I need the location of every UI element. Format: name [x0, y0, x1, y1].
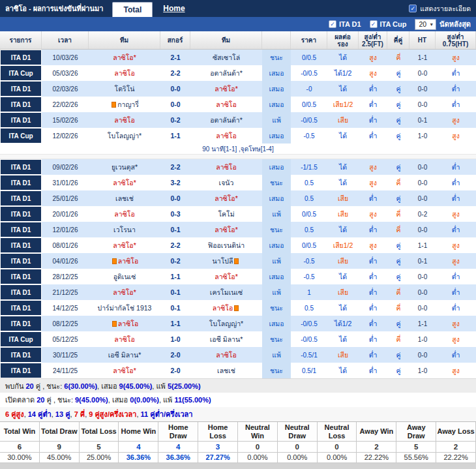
team-lazio[interactable]: ลาซิโอ	[216, 130, 236, 142]
team-lazio[interactable]: ลาซิโอ*	[215, 193, 238, 204]
team-lazio[interactable]: ลาซิโอ	[114, 115, 134, 126]
odd-even: คู่	[387, 159, 409, 175]
team-name[interactable]: โบโลญญ่า*	[108, 130, 141, 142]
league-badge[interactable]: ITA Cup	[0, 331, 42, 347]
column-header: เวลา	[42, 31, 89, 49]
team-name[interactable]: ยูเวนตุส*	[112, 162, 138, 173]
team-name[interactable]: โบโลญญ่า*	[209, 318, 243, 329]
team-name[interactable]: กาญารี่	[117, 99, 139, 110]
stats-table: Total WinTotal DrawTotal LossHome WinHom…	[0, 421, 476, 463]
team-name[interactable]: ฟิออเรนติน่า	[208, 240, 245, 251]
odd-even: คู่	[387, 316, 409, 331]
league-badge[interactable]: ITA D1	[0, 112, 42, 128]
team-name[interactable]: เอซี มิลาน*	[210, 334, 243, 345]
league-filter-ita-cup[interactable]: ITA Cup	[370, 20, 407, 28]
team-lazio[interactable]: ลาซิโอ	[216, 99, 236, 110]
red-card-icon	[234, 305, 239, 311]
team-lazio[interactable]: ลาซิโอ*	[215, 83, 238, 95]
league-badge[interactable]: ITA D1	[0, 159, 42, 175]
team-name[interactable]: เวโรนา	[113, 224, 136, 235]
league-badge[interactable]: ITA D1	[0, 363, 42, 378]
tab-total[interactable]: Total	[112, 2, 153, 17]
team-lazio[interactable]: ลาซิโอ	[213, 303, 233, 314]
league-badge[interactable]: ITA D1	[0, 284, 42, 300]
league-badge[interactable]: ITA D1	[0, 316, 42, 331]
team-name[interactable]: โตริโน่	[115, 83, 135, 95]
odd-even: คี่	[387, 206, 409, 222]
league-badge[interactable]: ITA D1	[0, 347, 42, 363]
team-lazio[interactable]: ลาซิโอ*	[113, 240, 136, 251]
team-lazio[interactable]: ลาซิโอ*	[215, 271, 238, 282]
team-name[interactable]: อตาลันต้า*	[210, 68, 242, 79]
match-result: แพ้	[262, 347, 291, 363]
column-header: รายการ	[0, 31, 42, 49]
team-lazio[interactable]: ลาซิโอ*	[113, 177, 136, 189]
team-lazio[interactable]: ลาซิโอ	[216, 162, 236, 173]
column-header	[262, 31, 291, 49]
handicap-price: -0/0.5	[291, 316, 327, 331]
league-badge[interactable]: ITA D1	[0, 253, 42, 269]
team-lazio[interactable]: ลาซิโอ*	[113, 52, 136, 63]
handicap-result: ได้	[327, 81, 359, 97]
stats-header: Total Win	[0, 422, 40, 442]
team-lazio[interactable]: ลาซิโอ	[114, 209, 134, 220]
team-name[interactable]: ซัสเซาโล่	[213, 52, 240, 63]
team-lazio[interactable]: ลาซิโอ*	[113, 287, 136, 298]
team-name[interactable]: เจนัว	[219, 177, 234, 189]
league-badge[interactable]: ITA D1	[0, 81, 42, 97]
stats-header: Neutral Loss	[318, 422, 357, 442]
team-name[interactable]: เลชเช่	[115, 193, 134, 204]
away-team-cell: ลาซิโอ*	[190, 269, 262, 284]
footer-strip	[0, 463, 476, 469]
league-badge[interactable]: ITA D1	[0, 50, 42, 65]
over-under-ft: ต่ำ	[359, 128, 387, 144]
ita-d1-checkbox-icon[interactable]	[329, 20, 336, 28]
league-badge[interactable]: ITA D1	[0, 269, 42, 284]
ht-score: 1-1	[409, 237, 436, 253]
match-count-select[interactable]: 20	[415, 19, 436, 30]
team-name[interactable]: เครโมเนเซ่	[210, 287, 243, 298]
show-details-checkbox[interactable]	[409, 5, 417, 12]
team-name[interactable]: อตาลันต้า*	[210, 115, 242, 126]
team-name[interactable]: เอซี มิลาน*	[108, 350, 141, 361]
match-result: แพ้	[262, 284, 291, 300]
team-lazio[interactable]: ลาซิโอ	[114, 68, 134, 79]
league-badge[interactable]: ITA Cup	[0, 65, 42, 81]
match-date: 20/01/26	[42, 206, 89, 222]
team-name[interactable]: นาโปลี	[213, 256, 233, 267]
team-lazio[interactable]: ลาซิโอ	[216, 350, 236, 361]
team-name[interactable]: โคโม่	[218, 209, 234, 220]
team-name[interactable]: เลชเช่	[217, 365, 235, 376]
tab-home[interactable]: Home	[153, 0, 195, 17]
match-result: เสมอ	[262, 81, 291, 97]
ita-cup-checkbox-icon[interactable]	[370, 20, 378, 28]
tab-bar: Total Home	[112, 0, 195, 17]
league-badge[interactable]: ITA D1	[0, 206, 42, 222]
team-name[interactable]: ปาร์ม่ากัลโช่ 1913	[98, 303, 152, 314]
away-team-cell: โบโลญญ่า*	[190, 316, 262, 331]
stats-percent: 30.00%	[0, 453, 40, 463]
handicap-result: ได้	[327, 222, 359, 237]
team-lazio[interactable]: ลาซิโอ*	[215, 224, 238, 235]
odd-even: คู่	[387, 65, 409, 81]
league-badge[interactable]: ITA Cup	[0, 128, 42, 144]
team-lazio[interactable]: ลาซิโอ*	[113, 365, 136, 376]
match-row: ITA D114/12/25ปาร์ม่ากัลโช่ 19130-1ลาซิโ…	[0, 300, 476, 316]
team-lazio[interactable]: ลาซิโอ	[118, 256, 138, 267]
match-score: 2-2	[160, 65, 190, 81]
league-badge[interactable]: ITA D1	[0, 190, 42, 206]
league-badge[interactable]: ITA D1	[0, 222, 42, 237]
handicap-price: -0	[291, 81, 327, 97]
match-result: ชนะ	[262, 50, 291, 65]
league-badge[interactable]: ITA D1	[0, 300, 42, 316]
team-lazio[interactable]: ลาซิโอ	[114, 334, 134, 345]
team-name[interactable]: อูดิเนเซ่	[113, 271, 136, 282]
match-score: 2-2	[160, 159, 190, 175]
odd-even: คู่	[387, 112, 409, 128]
league-badge[interactable]: ITA D1	[0, 175, 42, 190]
league-badge[interactable]: ITA D1	[0, 97, 42, 112]
team-lazio[interactable]: ลาซิโอ	[118, 318, 138, 329]
league-filter-ita-d1[interactable]: ITA D1	[329, 20, 361, 28]
league-badge[interactable]: ITA D1	[0, 237, 42, 253]
over-under-ft: ต่ำ	[359, 253, 387, 269]
